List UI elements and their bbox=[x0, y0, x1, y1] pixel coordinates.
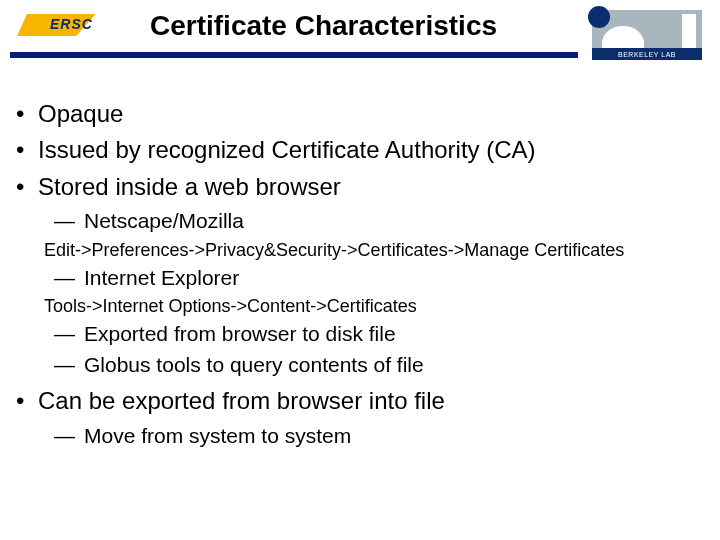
berkeley-lab-logo: BERKELEY LAB bbox=[592, 10, 702, 60]
subbullet-internet-explorer: Internet Explorer bbox=[84, 264, 698, 292]
bullet-can-be-exported: Can be exported from browser into file bbox=[38, 385, 698, 417]
subbullet-globus-tools: Globus tools to query contents of file bbox=[84, 351, 698, 379]
berkeley-lab-caption: BERKELEY LAB bbox=[592, 48, 702, 60]
subbullet-netscape-mozilla: Netscape/Mozilla bbox=[84, 207, 698, 235]
bullet-opaque: Opaque bbox=[38, 98, 698, 130]
slide-header: ERSC Certificate Characteristics BERKELE… bbox=[0, 0, 720, 70]
nersc-logo-text: ERSC bbox=[50, 16, 93, 32]
bullet-issued-by-ca: Issued by recognized Certificate Authori… bbox=[38, 134, 698, 166]
title-underline bbox=[10, 52, 578, 58]
slide-title: Certificate Characteristics bbox=[150, 10, 497, 42]
slide: ERSC Certificate Characteristics BERKELE… bbox=[0, 0, 720, 540]
seal-icon bbox=[588, 6, 610, 28]
nersc-logo: ERSC bbox=[22, 12, 120, 40]
slide-body: Opaque Issued by recognized Certificate … bbox=[0, 70, 720, 450]
bullet-stored-in-browser: Stored inside a web browser bbox=[38, 171, 698, 203]
path-internet-explorer: Tools->Internet Options->Content->Certif… bbox=[44, 294, 698, 318]
path-netscape-mozilla: Edit->Preferences->Privacy&Security->Cer… bbox=[44, 238, 698, 262]
subbullet-move-system-to-system: Move from system to system bbox=[84, 422, 698, 450]
subbullet-exported-to-disk: Exported from browser to disk file bbox=[84, 320, 698, 348]
